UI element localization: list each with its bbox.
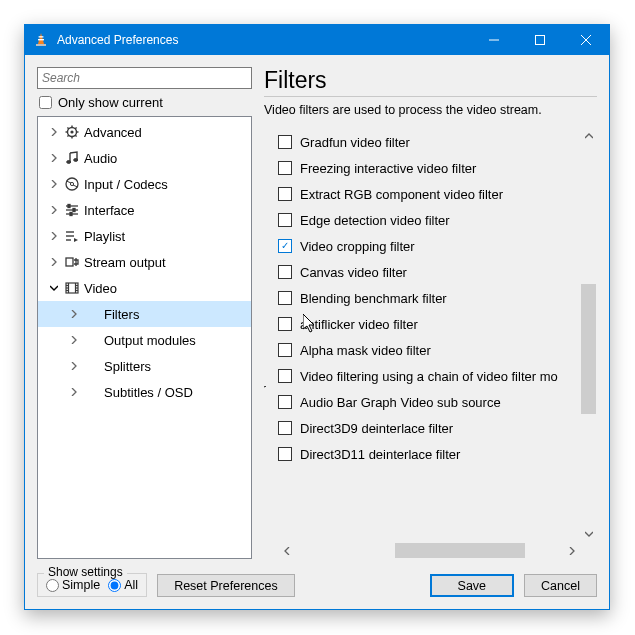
tree-item-label: Audio	[82, 151, 117, 166]
filter-checkbox-gradfun[interactable]: Gradfun video filter	[278, 129, 580, 155]
filter-label: Alpha mask video filter	[300, 343, 431, 358]
cancel-button[interactable]: Cancel	[524, 574, 597, 597]
tree-item-label: Stream output	[82, 255, 166, 270]
sliders-icon	[62, 202, 82, 218]
chevron-right-icon[interactable]	[46, 180, 62, 188]
scroll-up-icon[interactable]	[580, 127, 597, 144]
chevron-right-icon[interactable]	[46, 128, 62, 136]
tree-item-advanced[interactable]: Advanced	[38, 119, 251, 145]
filter-checkbox-alpha-mask[interactable]: Alpha mask video filter	[278, 337, 580, 363]
minimize-button[interactable]	[471, 25, 517, 55]
tree-item-subtitles-osd[interactable]: Subtitles / OSD	[38, 379, 251, 405]
filter-checkbox-extract-rgb[interactable]: Extract RGB component video filter	[278, 181, 580, 207]
filter-label: Direct3D11 deinterlace filter	[300, 447, 460, 462]
filter-checkbox-d3d11-deinterlace[interactable]: Direct3D11 deinterlace filter	[278, 441, 580, 467]
film-icon	[62, 280, 82, 296]
tree-item-label: Splitters	[102, 359, 151, 374]
filter-label: Direct3D9 deinterlace filter	[300, 421, 453, 436]
chevron-right-icon[interactable]	[66, 336, 82, 344]
checkbox-icon[interactable]	[278, 369, 292, 383]
checkbox-icon[interactable]	[278, 447, 292, 461]
filter-checkbox-video-cropping[interactable]: Video cropping filter	[278, 233, 580, 259]
filter-checkbox-edge-detection[interactable]: Edge detection video filter	[278, 207, 580, 233]
close-button[interactable]	[563, 25, 609, 55]
radio-all-label: All	[124, 578, 138, 592]
checkbox-icon[interactable]	[278, 343, 292, 357]
tree-item-label: Advanced	[82, 125, 142, 140]
filter-checkbox-freezing[interactable]: Freezing interactive video filter	[278, 155, 580, 181]
show-settings-group: Show settings Simple All	[37, 573, 147, 597]
checkbox-icon[interactable]	[278, 317, 292, 331]
checkbox-icon[interactable]	[278, 395, 292, 409]
tree-item-label: Input / Codecs	[82, 177, 168, 192]
filter-checkbox-antiflicker[interactable]: antiflicker video filter	[278, 311, 580, 337]
svg-line-23	[67, 181, 72, 183]
svg-point-9	[70, 130, 73, 133]
chevron-right-icon[interactable]	[46, 258, 62, 266]
preferences-tree[interactable]: Advanced Audio Input / Codecs	[37, 116, 252, 559]
footer: Show settings Simple All Reset Preferenc…	[25, 559, 609, 609]
tree-item-label: Interface	[82, 203, 135, 218]
radio-all[interactable]: All	[108, 578, 138, 592]
content-area: Only show current Advanced Audio	[25, 55, 609, 609]
chevron-right-icon[interactable]	[66, 388, 82, 396]
tree-item-splitters[interactable]: Splitters	[38, 353, 251, 379]
tree-item-input-codecs[interactable]: Input / Codecs	[38, 171, 251, 197]
svg-line-17	[67, 135, 68, 136]
window: Advanced Preferences Only show current	[24, 24, 610, 610]
checkbox-icon[interactable]	[278, 239, 292, 253]
svg-rect-3	[36, 44, 46, 46]
radio-simple-label: Simple	[62, 578, 100, 592]
checkbox-icon[interactable]	[278, 265, 292, 279]
svg-line-15	[75, 135, 76, 136]
chevron-right-icon[interactable]	[66, 310, 82, 318]
chevron-right-icon[interactable]	[46, 232, 62, 240]
svg-rect-5	[536, 36, 545, 45]
tree-item-label: Output modules	[102, 333, 196, 348]
scroll-thumb[interactable]	[581, 284, 596, 414]
chevron-right-icon[interactable]	[66, 362, 82, 370]
tree-item-interface[interactable]: Interface	[38, 197, 251, 223]
tree-item-stream-output[interactable]: Stream output	[38, 249, 251, 275]
maximize-button[interactable]	[517, 25, 563, 55]
filter-checkbox-audio-bar-graph[interactable]: Audio Bar Graph Video sub source	[278, 389, 580, 415]
reset-preferences-button[interactable]: Reset Preferences	[157, 574, 295, 597]
checkbox-icon[interactable]	[278, 213, 292, 227]
filter-checkbox-blending-benchmark[interactable]: Blending benchmark filter	[278, 285, 580, 311]
scroll-left-icon[interactable]	[278, 542, 295, 559]
titlebar: Advanced Preferences	[25, 25, 609, 55]
checkbox-icon[interactable]	[278, 291, 292, 305]
scroll-down-icon[interactable]	[580, 525, 597, 542]
filters-scroll-area: r Gradfun video filter Freezing interact…	[264, 127, 597, 542]
scroll-thumb[interactable]	[395, 543, 525, 558]
scroll-right-icon[interactable]	[563, 542, 580, 559]
svg-point-21	[66, 178, 78, 190]
tree-item-audio[interactable]: Audio	[38, 145, 251, 171]
filter-checkbox-d3d9-deinterlace[interactable]: Direct3D9 deinterlace filter	[278, 415, 580, 441]
chevron-down-icon[interactable]	[46, 284, 62, 292]
checkbox-icon[interactable]	[278, 187, 292, 201]
tree-item-playlist[interactable]: Playlist	[38, 223, 251, 249]
svg-rect-28	[68, 205, 70, 208]
output-icon	[62, 254, 82, 270]
save-button[interactable]: Save	[430, 574, 515, 597]
search-input[interactable]	[37, 67, 252, 89]
checkbox-icon[interactable]	[278, 421, 292, 435]
filter-label: Extract RGB component video filter	[300, 187, 503, 202]
only-show-current-box[interactable]	[39, 96, 52, 109]
tree-item-video[interactable]: Video	[38, 275, 251, 301]
tree-item-output-modules[interactable]: Output modules	[38, 327, 251, 353]
filter-checkbox-canvas[interactable]: Canvas video filter	[278, 259, 580, 285]
checkbox-icon[interactable]	[278, 135, 292, 149]
horizontal-scrollbar[interactable]	[278, 542, 580, 559]
vertical-scrollbar[interactable]	[580, 127, 597, 542]
chevron-right-icon[interactable]	[46, 154, 62, 162]
tree-item-filters[interactable]: Filters	[38, 301, 251, 327]
radio-simple[interactable]: Simple	[46, 578, 100, 592]
svg-point-20	[74, 159, 78, 162]
filter-label: Audio Bar Graph Video sub source	[300, 395, 501, 410]
checkbox-icon[interactable]	[278, 161, 292, 175]
only-show-current-checkbox[interactable]: Only show current	[37, 95, 252, 110]
filter-checkbox-chain[interactable]: Video filtering using a chain of video f…	[278, 363, 580, 389]
chevron-right-icon[interactable]	[46, 206, 62, 214]
